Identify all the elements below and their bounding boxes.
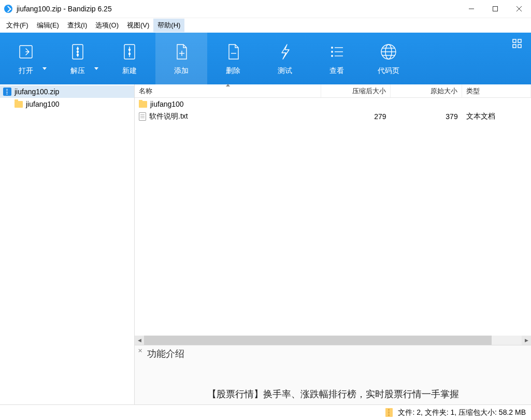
text-file-icon (139, 112, 146, 121)
horizontal-scrollbar[interactable]: ◀ ▶ (135, 336, 531, 345)
add-icon (171, 41, 192, 62)
scroll-thumb[interactable] (144, 336, 492, 345)
col-name[interactable]: 名称 (135, 84, 321, 97)
toolbar-test-label: 测试 (278, 66, 292, 76)
list-item[interactable]: 软件说明.txt 279 379 文本文档 (135, 110, 531, 123)
titlebar: jiufang100.zip - Bandizip 6.25 (0, 0, 531, 18)
svg-point-7 (77, 48, 79, 50)
folder-tree[interactable]: jiufang100.zip jiufang100 (0, 84, 135, 404)
delete-icon (223, 41, 243, 62)
folder-icon (139, 101, 147, 108)
scroll-left-icon[interactable]: ◀ (135, 336, 144, 345)
open-icon (16, 41, 36, 62)
view-icon (326, 41, 347, 62)
info-close-icon[interactable]: ✕ (138, 347, 142, 354)
file-name: 软件说明.txt (149, 112, 188, 121)
svg-rect-1 (493, 7, 498, 11)
archive-icon (385, 408, 393, 417)
file-list[interactable]: jiufang100 软件说明.txt 279 379 文本文档 (135, 98, 531, 336)
menu-edit[interactable]: 编辑(E) (33, 19, 63, 32)
app-icon (4, 5, 12, 13)
file-type: 文本文档 (462, 112, 531, 121)
status-text: 文件: 2, 文件夹: 1, 压缩包大小: 58.2 MB (398, 408, 526, 417)
menu-find[interactable]: 查找(I) (63, 19, 91, 32)
toolbar-codepage[interactable]: 代码页 (363, 33, 414, 84)
new-icon (119, 41, 140, 62)
col-compressed[interactable]: 压缩后大小 (321, 84, 390, 97)
column-headers: 名称 压缩后大小 原始大小 类型 (135, 84, 531, 98)
toolbar-extract[interactable]: 解压 (52, 33, 104, 84)
file-original: 379 (391, 112, 462, 121)
menu-view[interactable]: 视图(V) (123, 19, 153, 32)
scroll-right-icon[interactable]: ▶ (522, 336, 531, 345)
svg-point-13 (129, 53, 131, 55)
toolbar-open-label: 打开 (19, 66, 33, 76)
main-area: jiufang100.zip jiufang100 名称 压缩后大小 原始大小 … (0, 84, 531, 404)
toolbar-extract-label: 解压 (70, 66, 85, 76)
menu-file[interactable]: 文件(F) (2, 19, 33, 32)
scroll-track[interactable] (144, 336, 522, 345)
info-panel: ✕ 功能介绍 【股票行情】换手率、涨跌幅排行榜，实时股票行情一手掌握 (135, 345, 531, 404)
svg-point-8 (77, 51, 79, 53)
toolbar-add[interactable]: 添加 (155, 33, 207, 84)
tree-child[interactable]: jiufang100 (0, 98, 134, 110)
list-item[interactable]: jiufang100 (135, 98, 531, 110)
svg-rect-29 (518, 39, 521, 42)
toolbar: 打开 解压 新建 添加 删除 测试 查看 代码页 (0, 33, 531, 84)
toolbar-codepage-label: 代码页 (378, 66, 399, 76)
svg-point-12 (129, 49, 131, 51)
file-compressed: 279 (321, 112, 390, 121)
svg-rect-31 (518, 45, 521, 48)
menubar: 文件(F) 编辑(E) 查找(I) 选项(O) 视图(V) 帮助(H) (0, 18, 531, 33)
toolbar-delete[interactable]: 删除 (207, 33, 259, 84)
close-button[interactable] (507, 0, 531, 18)
zip-icon (3, 88, 11, 96)
toolbar-open[interactable]: 打开 (0, 33, 52, 84)
extract-icon (67, 41, 88, 62)
toolbar-expand-icon[interactable] (512, 39, 522, 48)
toolbar-view[interactable]: 查看 (311, 33, 363, 84)
svg-point-21 (332, 55, 333, 56)
info-message: 【股票行情】换手率、涨跌幅排行榜，实时股票行情一手掌握 (139, 388, 527, 400)
tree-root[interactable]: jiufang100.zip (0, 85, 134, 98)
folder-icon (15, 101, 23, 108)
file-list-pane: 名称 压缩后大小 原始大小 类型 jiufang100 软件说明.txt (135, 84, 531, 404)
info-title: 功能介绍 (147, 347, 527, 360)
maximize-button[interactable] (483, 0, 507, 18)
svg-rect-28 (513, 39, 516, 42)
tree-child-label: jiufang100 (26, 100, 60, 108)
menu-options[interactable]: 选项(O) (91, 19, 123, 32)
tree-root-label: jiufang100.zip (15, 88, 59, 96)
window-buttons (460, 0, 531, 18)
svg-point-17 (332, 47, 333, 48)
svg-rect-30 (513, 45, 516, 48)
toolbar-view-label: 查看 (329, 66, 344, 76)
svg-point-19 (332, 51, 333, 52)
codepage-icon (378, 41, 399, 62)
col-original[interactable]: 原始大小 (391, 84, 462, 97)
toolbar-new[interactable]: 新建 (104, 33, 155, 84)
menu-help[interactable]: 帮助(H) (153, 19, 184, 32)
toolbar-add-label: 添加 (174, 66, 189, 76)
minimize-button[interactable] (460, 0, 483, 18)
test-icon (275, 41, 295, 62)
toolbar-test[interactable]: 测试 (259, 33, 311, 84)
col-type[interactable]: 类型 (462, 84, 531, 97)
toolbar-new-label: 新建 (122, 66, 137, 76)
toolbar-delete-label: 删除 (226, 66, 240, 76)
svg-point-9 (77, 54, 79, 56)
window-title: jiufang100.zip - Bandizip 6.25 (17, 5, 460, 13)
file-name: jiufang100 (150, 100, 184, 108)
status-bar: 文件: 2, 文件夹: 1, 压缩包大小: 58.2 MB (0, 404, 531, 420)
